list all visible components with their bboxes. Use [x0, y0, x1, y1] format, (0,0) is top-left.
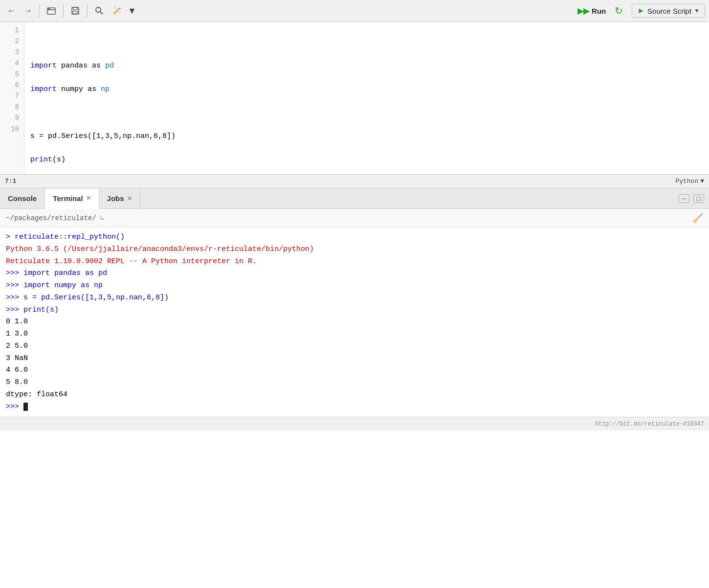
console-path-text: ~/packages/reticulate/: [6, 214, 96, 222]
svg-point-8: [115, 7, 116, 8]
tabs-controls: − □: [679, 194, 709, 203]
console-output-2: 2 5.0: [6, 340, 703, 353]
find-button[interactable]: [91, 4, 107, 18]
console-output[interactable]: > reticulate::repl_python() Python 3.6.5…: [0, 227, 709, 417]
search-icon: [94, 6, 104, 16]
py-cmd-4: print(s): [23, 306, 59, 314]
r-prompt-1: >: [6, 233, 15, 241]
forward-button[interactable]: →: [21, 4, 35, 18]
console-line-1: > reticulate::repl_python(): [6, 231, 703, 244]
path-link-icon[interactable]: ↳: [100, 214, 104, 222]
toolbar-separator-3: [87, 4, 88, 18]
source-script-button[interactable]: ► Source Script ▼: [632, 4, 705, 18]
tab-terminal-close[interactable]: ✕: [86, 195, 91, 202]
minimize-console-button[interactable]: −: [679, 194, 689, 203]
console-path-bar: ~/packages/reticulate/ ↳ 🧹: [0, 209, 709, 227]
tabs-bar: Console Terminal ✕ Jobs ✕ − □: [0, 188, 709, 209]
code-line-3: import numpy as np: [30, 84, 703, 95]
editor: 1 2 3 4 5 6 7 8 9 10 import pandas as pd…: [0, 22, 709, 188]
source-script-label: Source Script: [647, 7, 691, 15]
svg-marker-7: [119, 7, 121, 9]
r-cmd-1: reticulate::repl_python(): [15, 233, 125, 241]
toolbar: ← → ▼ ▶▶ Run ↻: [0, 0, 709, 22]
console-line-7: >>> print(s): [6, 304, 703, 317]
py-prompt-2: >>>: [6, 281, 23, 290]
tab-console-label: Console: [8, 194, 37, 203]
cursor-position: 7:1: [5, 178, 16, 185]
save-icon: [70, 6, 80, 16]
python-version-line: Python 3.6.5 (/Users/jjallaire/anaconda3…: [6, 245, 314, 253]
open-file-button[interactable]: [44, 4, 59, 18]
rerun-button[interactable]: ↻: [612, 3, 626, 19]
save-button[interactable]: [67, 4, 83, 18]
run-label: Run: [592, 7, 606, 15]
tab-jobs-label: Jobs: [107, 194, 124, 203]
language-label: Python: [675, 178, 698, 185]
console-line-4: >>> import pandas as pd: [6, 268, 703, 280]
code-line-6: print(s): [30, 154, 703, 166]
svg-point-4: [96, 7, 101, 12]
console-line-6: >>> s = pd.Series([1,3,5,np.nan,6,8]): [6, 292, 703, 304]
code-editor[interactable]: import pandas as pd import numpy as np s…: [24, 22, 709, 174]
toolbar-separator-2: [63, 4, 64, 18]
console-line-2: Python 3.6.5 (/Users/jjallaire/anaconda3…: [6, 244, 703, 256]
tab-jobs[interactable]: Jobs ✕: [99, 188, 140, 208]
run-icon: ▶▶: [577, 6, 589, 16]
tab-jobs-close[interactable]: ✕: [127, 195, 132, 202]
console-panel: Console Terminal ✕ Jobs ✕ − □ ~/packages…: [0, 188, 709, 430]
console-output-1: 1 3.0: [6, 328, 703, 340]
console-prompt-final: >>>: [6, 401, 703, 413]
py-prompt-4: >>>: [6, 306, 23, 314]
footer-url: http://bit.do/reticulate-#10347: [595, 421, 704, 428]
language-indicator[interactable]: Python ▼: [675, 178, 704, 185]
console-output-3: 3 NaN: [6, 353, 703, 365]
console-line-3: Reticulate 1.10.0.9002 REPL -- A Python …: [6, 256, 703, 268]
py-prompt-3: >>>: [6, 294, 23, 302]
run-button[interactable]: ▶▶ Run: [574, 4, 610, 18]
tab-console[interactable]: Console: [0, 188, 45, 208]
tab-terminal[interactable]: Terminal ✕: [45, 189, 99, 209]
py-prompt-final: >>>: [6, 403, 23, 411]
console-output-5: 5 8.0: [6, 377, 703, 389]
py-cmd-1: import pandas as pd: [23, 269, 107, 277]
footer: http://bit.do/reticulate-#10347: [0, 417, 709, 430]
reticulate-version-line: Reticulate 1.10.0.9002 REPL -- A Python …: [6, 257, 257, 266]
console-output-0: 0 1.0: [6, 316, 703, 328]
code-line-4: [30, 107, 703, 119]
py-cmd-3: s = pd.Series([1,3,5,np.nan,6,8]): [23, 294, 169, 302]
language-dropdown-arrow: ▼: [700, 178, 704, 185]
maximize-console-button[interactable]: □: [693, 194, 704, 203]
line-numbers: 1 2 3 4 5 6 7 8 9 10: [0, 22, 24, 174]
console-output-4: 4 6.0: [6, 364, 703, 377]
console-output-dtype: dtype: float64: [6, 389, 703, 401]
cursor: [23, 403, 28, 411]
code-line-5: s = pd.Series([1,3,5,np.nan,6,8]): [30, 131, 703, 142]
svg-point-9: [119, 12, 120, 13]
code-line-1: [30, 37, 703, 48]
py-cmd-2: import numpy as np: [23, 281, 103, 290]
source-dropdown-arrow: ▼: [694, 7, 700, 14]
code-line-2: import pandas as pd: [30, 60, 703, 72]
back-button[interactable]: ←: [4, 4, 19, 18]
magic-wand-icon: [112, 6, 122, 16]
magic-dropdown-button[interactable]: ▼: [127, 4, 139, 18]
clear-console-button[interactable]: 🧹: [692, 213, 703, 224]
py-prompt-1: >>>: [6, 269, 23, 277]
open-file-icon: [46, 6, 56, 16]
status-bar: 7:1 Python ▼: [0, 174, 709, 188]
tab-terminal-label: Terminal: [53, 194, 83, 203]
magic-button[interactable]: [109, 4, 125, 18]
svg-line-5: [100, 12, 103, 14]
editor-content: 1 2 3 4 5 6 7 8 9 10 import pandas as pd…: [0, 22, 709, 174]
svg-rect-3: [73, 11, 78, 14]
source-icon: ►: [637, 6, 645, 15]
console-line-5: >>> import numpy as np: [6, 280, 703, 292]
svg-line-6: [114, 9, 119, 14]
toolbar-separator-1: [39, 4, 40, 18]
